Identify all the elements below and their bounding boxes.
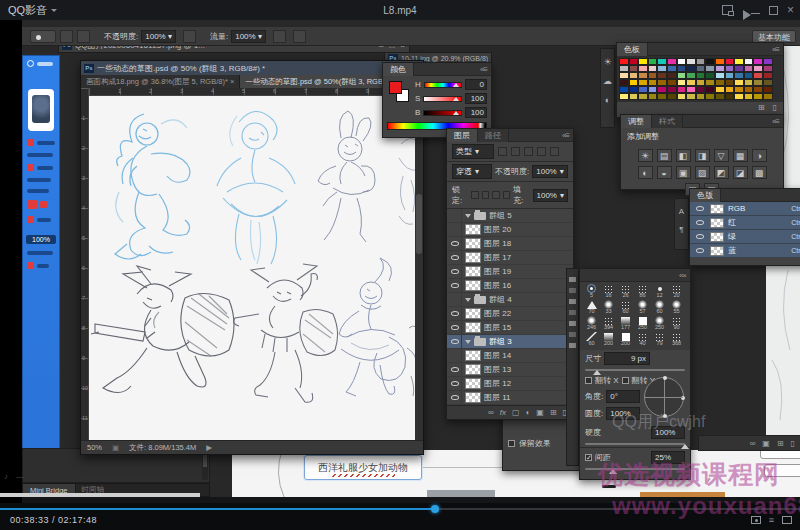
layers-collapse-icon[interactable]: «≡ <box>562 131 569 140</box>
layer-row[interactable]: 图层 18 <box>447 237 573 251</box>
brush-preset[interactable]: 200 <box>617 332 634 348</box>
layer-visibility-toggle[interactable] <box>449 237 462 250</box>
color-swatch[interactable] <box>686 93 696 100</box>
layer-visibility-toggle[interactable] <box>449 363 462 376</box>
layer-row[interactable]: 图层 14 <box>447 349 573 363</box>
color-swatch[interactable] <box>638 58 648 65</box>
color-swatch[interactable] <box>619 86 629 93</box>
color-swatch[interactable] <box>753 79 763 86</box>
layer-row[interactable]: 图层 15 <box>447 321 573 335</box>
layers-opacity-value[interactable]: 100% ▾ <box>532 165 567 178</box>
sphere-icon[interactable]: ◐ <box>605 95 610 105</box>
color-swatch[interactable] <box>696 93 706 100</box>
color-swatch[interactable] <box>648 93 658 100</box>
color-swatch[interactable] <box>686 72 696 79</box>
adjustment-icon[interactable]: ◨ <box>695 149 710 162</box>
mini-mode-icon[interactable] <box>722 5 733 15</box>
lock-all-icon[interactable] <box>503 191 510 199</box>
brush-preset[interactable]: 246 <box>583 316 600 332</box>
adjustment-icon[interactable]: ◧ <box>676 149 691 162</box>
color-swatch[interactable] <box>696 65 706 72</box>
color-swatch[interactable] <box>667 79 677 86</box>
fill-value[interactable]: 100% ▾ <box>533 189 568 202</box>
cloud-icon[interactable]: ☁ <box>603 76 612 86</box>
type-tool-icon[interactable]: A <box>679 207 684 216</box>
color-swatch[interactable] <box>725 65 735 72</box>
color-swatch[interactable] <box>753 65 763 72</box>
filter-adjustment-icon[interactable] <box>511 147 520 156</box>
color-swatch[interactable] <box>629 72 639 79</box>
layer-row[interactable]: 图层 22 <box>447 307 573 321</box>
color-swatch[interactable] <box>648 65 658 72</box>
color-swatch[interactable] <box>667 58 677 65</box>
color-swatch[interactable] <box>715 72 725 79</box>
brush-preset[interactable]: 368 <box>668 332 685 348</box>
color-swatch[interactable] <box>763 58 773 65</box>
color-swatch[interactable] <box>725 86 735 93</box>
layer-row[interactable]: 图层 17 <box>447 251 573 265</box>
color-swatch[interactable] <box>763 79 773 86</box>
zoom-level[interactable]: 50% <box>87 443 102 452</box>
color-swatch[interactable] <box>753 58 763 65</box>
color-swatch[interactable] <box>619 93 629 100</box>
hardness-value[interactable]: 100% <box>651 426 685 439</box>
flip-x-checkbox[interactable] <box>585 377 592 384</box>
brush-preset[interactable]: 70 <box>583 300 600 316</box>
color-swatch[interactable] <box>734 65 744 72</box>
delete-swatch-icon[interactable]: ▯ <box>773 103 777 112</box>
swatches-collapse-icon[interactable]: «≡ <box>772 45 779 54</box>
color-swatch[interactable] <box>667 72 677 79</box>
layer-thumbnail[interactable] <box>465 392 481 403</box>
color-swatch[interactable] <box>638 72 648 79</box>
new-swatch-icon[interactable]: ⊞ <box>758 103 765 112</box>
roundness-value[interactable]: 100% <box>606 407 640 420</box>
color-swatch[interactable] <box>677 93 687 100</box>
layer-row[interactable]: 图层 13 <box>447 363 573 377</box>
pressure-size-icon[interactable] <box>293 30 306 43</box>
color-swatch[interactable] <box>725 79 735 86</box>
color-swatch[interactable] <box>619 58 629 65</box>
brush-preset[interactable]: 20 <box>668 284 685 300</box>
blend-mode-select[interactable]: 穿透 ▾ <box>452 164 492 179</box>
color-swatch[interactable] <box>648 86 658 93</box>
color-swatch[interactable] <box>657 58 667 65</box>
color-swatch[interactable] <box>677 65 687 72</box>
color-swatch[interactable] <box>667 86 677 93</box>
brush-preset[interactable]: 5 <box>583 284 600 300</box>
brush-preset[interactable]: 12 <box>651 284 668 300</box>
color-swatch[interactable] <box>715 93 725 100</box>
adjustment-icon[interactable]: ◩ <box>714 166 729 179</box>
color-swatch[interactable] <box>677 72 687 79</box>
layer-thumbnail[interactable] <box>465 280 481 291</box>
color-swatch[interactable] <box>705 79 715 86</box>
layer-visibility-toggle[interactable] <box>449 377 462 390</box>
bell-icon[interactable]: ♪ <box>4 472 8 481</box>
misc-checkbox[interactable] <box>508 440 515 447</box>
brightness-slider[interactable] <box>423 110 462 116</box>
airbrush-icon[interactable] <box>273 30 286 43</box>
video-frame[interactable]: 西洋礼服少女加动物 鸟主题 不透明度: 10 <box>0 20 800 503</box>
layer-group-row[interactable]: 群组 5 <box>447 209 573 223</box>
layer-thumbnail[interactable] <box>465 308 481 319</box>
color-swatch[interactable] <box>629 65 639 72</box>
brush-collapse-icon[interactable]: «× <box>679 271 686 280</box>
layer-filter-kind[interactable]: 类型 ▾ <box>452 144 494 159</box>
color-swatch[interactable] <box>619 72 629 79</box>
adjustment-icon[interactable]: ◑ <box>752 149 767 162</box>
color-swatch[interactable] <box>667 93 677 100</box>
color-swatch[interactable] <box>667 65 677 72</box>
color-swatch[interactable] <box>725 58 735 65</box>
layer-visibility-toggle[interactable] <box>449 349 462 362</box>
layer-row[interactable]: 图层 20 <box>447 223 573 237</box>
document-window[interactable]: Ps 一些动态的草图.psd @ 50% (群组 3, RGB/8#) * 画面… <box>80 60 424 455</box>
color-swatch[interactable] <box>657 79 667 86</box>
color-swatch[interactable] <box>686 65 696 72</box>
layer-thumbnail[interactable] <box>465 378 481 389</box>
color-swatch[interactable] <box>638 93 648 100</box>
layer-thumbnail[interactable] <box>465 238 481 249</box>
color-swatch[interactable] <box>715 65 725 72</box>
color-swatch[interactable] <box>715 79 725 86</box>
channel-row[interactable]: 红Ctrl+3 <box>690 216 800 230</box>
hue-slider[interactable] <box>424 82 462 88</box>
color-swatch[interactable] <box>744 93 754 100</box>
